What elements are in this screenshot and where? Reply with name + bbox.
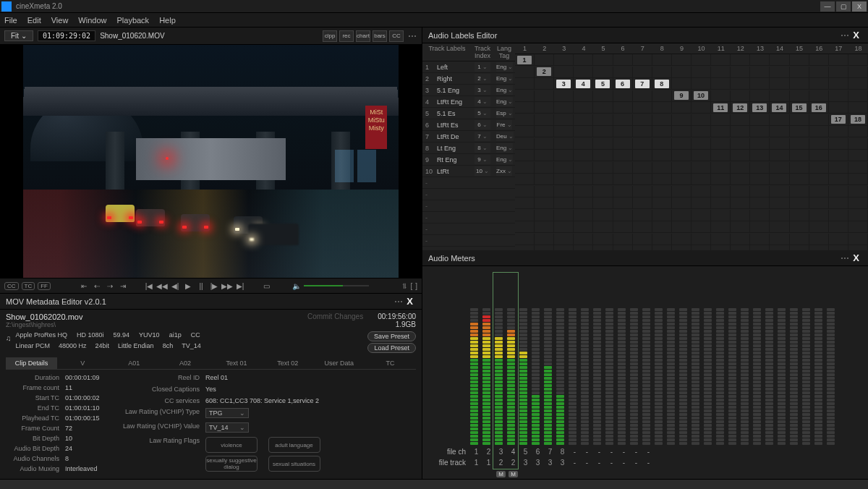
channel-cell[interactable] [515,150,535,161]
channel-cell[interactable] [809,67,829,78]
channel-cell[interactable] [554,126,574,137]
channel-cell[interactable] [809,114,829,126]
channel-cell[interactable] [829,67,848,78]
channel-cell[interactable] [750,174,770,185]
channel-cell[interactable] [593,138,613,150]
track-label[interactable]: Rt Eng [437,156,457,163]
minimize-button[interactable]: — [820,1,835,12]
channel-cell[interactable] [633,186,652,197]
channel-cell[interactable] [750,90,770,102]
channel-cell[interactable] [711,174,731,185]
channel-cell[interactable] [809,90,829,102]
channel-cell[interactable] [554,221,574,233]
channel-cell[interactable] [633,197,652,209]
viewer-more-button[interactable]: ⋯ [408,31,417,41]
channel-cell[interactable]: 4 [574,78,593,90]
channel-cell[interactable] [770,186,789,197]
channel-cell[interactable] [554,90,574,102]
channel-cell[interactable] [790,90,809,102]
channel-cell[interactable] [711,54,731,66]
transport-btn-1[interactable]: ⇠ [91,281,103,291]
channel-cell[interactable] [672,78,692,90]
channel-cell[interactable] [593,126,613,137]
channel-cell[interactable] [593,234,613,245]
channel-cell[interactable] [633,210,652,221]
channel-cell[interactable]: 6 [613,78,633,90]
channel-cell[interactable] [692,174,711,185]
channel-cell[interactable] [574,186,593,197]
channel-cell[interactable] [593,54,613,66]
channel-cell[interactable] [770,221,789,233]
channel-cell[interactable] [535,78,554,90]
channel-cell[interactable]: 18 [848,114,868,126]
channel-cell[interactable] [633,245,652,250]
channel-cell[interactable] [848,102,868,114]
channel-cell[interactable] [593,150,613,161]
channel-cell[interactable] [515,162,535,174]
channel-cell[interactable] [613,186,633,197]
channel-cell[interactable]: 1 [515,54,535,66]
track-label[interactable]: Lt Eng [437,145,456,152]
meta-tab-a01[interactable]: A01 [109,357,160,369]
channel-cell[interactable] [515,210,535,221]
channel-cell[interactable] [790,138,809,150]
channel-cell[interactable] [672,221,692,233]
mute-button[interactable]: M [509,471,518,477]
channel-cell[interactable] [770,150,789,161]
transport-btn-3[interactable]: ⇥ [117,281,129,291]
transport-btn-5[interactable]: |◀ [143,281,155,291]
channel-cell[interactable] [515,221,535,233]
track-label[interactable]: LtRt De [437,133,459,140]
track-lang-dropdown[interactable]: Deu [496,132,514,141]
channel-cell[interactable] [692,150,711,161]
rating-flag-adult-language[interactable]: adult language [268,437,320,453]
track-lang-dropdown[interactable]: Eng [496,85,513,95]
channel-cell[interactable] [770,174,789,185]
channel-cell[interactable] [554,102,574,114]
channel-cell[interactable]: 9 [672,90,692,102]
channel-cell[interactable] [770,78,789,90]
track-lang-dropdown[interactable]: Esp [496,109,513,118]
channel-cell[interactable] [593,197,613,209]
channel-cell[interactable] [652,114,672,126]
channel-cell[interactable]: 10 [692,90,711,102]
channel-cell[interactable] [829,54,848,66]
channel-cell[interactable]: 14 [770,102,789,114]
channel-cell[interactable] [809,221,829,233]
channel-cell[interactable] [731,90,750,102]
channel-cell[interactable] [809,245,829,250]
menu-file[interactable]: File [4,16,17,25]
channel-cell[interactable] [848,150,868,161]
channel-cell[interactable] [633,114,652,126]
channel-cell[interactable] [672,245,692,250]
channel-cell[interactable] [613,90,633,102]
track-index-dropdown[interactable]: 5 [475,109,490,118]
channel-cell[interactable] [731,210,750,221]
track-label[interactable]: Right [437,75,452,82]
track-lang-dropdown[interactable]: Eng [496,155,513,164]
track-label[interactable]: 5.1 Es [437,110,456,117]
chart-button[interactable]: chart [356,30,370,42]
channel-cell[interactable] [770,245,789,250]
channel-cell[interactable] [652,221,672,233]
channel-cell[interactable] [731,150,750,161]
track-index-dropdown[interactable]: 6 [475,120,490,129]
channel-cell[interactable] [711,186,731,197]
channel-cell[interactable] [515,174,535,185]
track-index-dropdown[interactable]: 10 [475,166,490,176]
channel-cell[interactable] [770,197,789,209]
channel-cell[interactable] [515,245,535,250]
channel-cell[interactable]: 7 [633,78,652,90]
channel-cell[interactable] [848,210,868,221]
channel-cell[interactable] [711,126,731,137]
channel-cell[interactable] [770,67,789,78]
channel-cell[interactable] [790,197,809,209]
channel-cell[interactable] [770,234,789,245]
channel-cell[interactable] [652,197,672,209]
channel-cell[interactable] [515,78,535,90]
channel-cell[interactable] [515,126,535,137]
channel-cell[interactable] [750,221,770,233]
anchor-icon[interactable]: ⥮ [401,282,407,290]
channel-cell[interactable] [535,150,554,161]
channel-cell[interactable] [750,54,770,66]
